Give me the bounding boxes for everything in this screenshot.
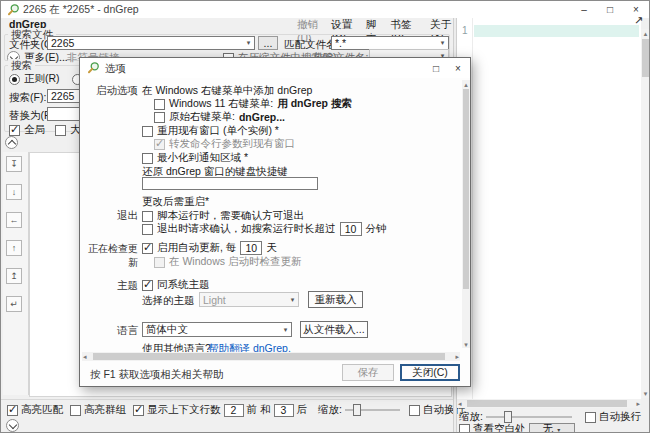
classic-menu-row: 原始右键菜单: dnGrep... (154, 110, 285, 124)
forward-args-checkbox[interactable] (154, 139, 165, 150)
scroll-right-icon[interactable]: ▸ (636, 399, 640, 408)
theme-combobox[interactable]: Light ▾ (199, 292, 299, 307)
section-label-updates: 正在检查更新 (80, 242, 138, 270)
slider-thumb[interactable] (353, 404, 361, 416)
highlight-groups-checkbox[interactable] (70, 405, 81, 416)
folder-value: 2265 (51, 37, 74, 49)
save-button-label: 保存 (358, 366, 379, 380)
view-whitespace-label: 查看空白处 (473, 422, 526, 433)
regex-radio[interactable] (9, 74, 20, 85)
dialog-horizontal-scrollbar[interactable]: ◂ ▸ (82, 352, 460, 361)
dialog-title: 选项 (105, 62, 126, 76)
title-bar[interactable]: 2265 在 *2265* - dnGrep – □ × (1, 1, 649, 18)
dialog-title-bar[interactable]: 选项 □ × (80, 58, 470, 78)
dialog-maximize-button[interactable]: □ (426, 59, 446, 77)
highlight-matches-checkbox[interactable] (7, 405, 18, 416)
global-checkbox[interactable] (9, 125, 20, 136)
save-button[interactable]: 保存 (342, 364, 394, 381)
maximize-icon: □ (607, 4, 613, 15)
dialog-close-action-button[interactable]: 关闭(C) (400, 364, 460, 381)
preview-wrap-checkbox[interactable] (585, 412, 596, 423)
forward-args-row: 转发命令行参数到现有窗口 (154, 137, 295, 151)
global-label: 全局 (24, 123, 45, 137)
win11-menu-checkbox[interactable] (154, 99, 165, 110)
view-whitespace-checkbox[interactable] (459, 424, 470, 433)
move-up-icon: ↑ (12, 243, 17, 253)
editor-vertical-scrollbar[interactable]: ▴ ▾ (641, 29, 650, 398)
move-to-top-button[interactable]: ↥ (6, 268, 22, 284)
update-on-startup-checkbox[interactable] (154, 257, 165, 268)
load-language-file-button[interactable]: 从文件载入... (300, 321, 368, 338)
move-to-bottom-button[interactable]: ↧ (6, 156, 22, 172)
scrollbar-thumb[interactable] (93, 353, 445, 360)
follow-system-theme-checkbox[interactable] (142, 280, 153, 291)
move-up-button[interactable]: ↑ (6, 240, 22, 256)
context-after-label: 后 (297, 403, 308, 417)
context-after-input[interactable]: 3 (274, 404, 294, 417)
scroll-down-icon[interactable]: ▾ (641, 389, 650, 398)
scroll-up-icon[interactable]: ▴ (462, 80, 470, 88)
minimize-tray-checkbox[interactable] (142, 153, 153, 164)
dialog-close-button[interactable]: × (448, 59, 468, 77)
scroll-right-icon[interactable]: ▸ (455, 352, 459, 361)
dialog-vertical-scrollbar[interactable]: ▴ ▾ (462, 80, 470, 348)
maximize-icon: □ (433, 63, 439, 74)
scroll-left-icon[interactable]: ◂ (83, 352, 87, 361)
context-before-label: 前 (247, 403, 258, 417)
reuse-window-checkbox[interactable] (142, 126, 153, 137)
browse-folder-button[interactable]: ... (258, 36, 278, 50)
results-zoom-slider[interactable] (345, 409, 400, 411)
move-down-button[interactable]: ↓ (6, 184, 22, 200)
folder-combobox[interactable]: 2265 ▾ (47, 36, 255, 50)
scroll-down-icon[interactable]: ▾ (462, 340, 470, 348)
dropdown-arrow-icon[interactable]: ▾ (243, 39, 254, 47)
context-before-input[interactable]: 2 (224, 404, 244, 417)
scrollbar-thumb[interactable] (642, 39, 649, 77)
section-label-theme: 主题 (80, 279, 138, 293)
preview-zoom-slider[interactable] (486, 416, 572, 418)
classic-menu-command: dnGrep... (239, 111, 285, 123)
minimize-tray-label: 最小化到通知区域 * (157, 151, 248, 165)
browse-folder-label: ... (264, 37, 273, 49)
script-exit-checkbox[interactable] (142, 211, 153, 222)
auto-update-checkbox[interactable] (142, 243, 153, 254)
dialog-help-text: 按 F1 获取选项相关相关帮助 (90, 368, 224, 382)
maximize-button[interactable]: □ (597, 1, 623, 18)
search-group-label: 搜索 (8, 59, 35, 73)
scroll-up-icon[interactable]: ▴ (641, 29, 650, 38)
highlight-matches-label: 高亮匹配 (21, 403, 63, 417)
update-days-input[interactable]: 10 (240, 241, 262, 255)
scrollbar-thumb[interactable] (463, 89, 469, 289)
dropdown-arrow-icon[interactable]: ▾ (280, 326, 291, 334)
expand-bottom-button[interactable] (6, 419, 19, 432)
highlight-groups-label: 高亮群组 (84, 403, 126, 417)
language-combobox[interactable]: 简体中文 ▾ (142, 322, 292, 337)
reload-theme-button[interactable]: 重新载入 (308, 291, 363, 308)
whitespace-mode-dropdown[interactable]: 无 ▾ (529, 423, 575, 433)
restore-shortcut-input[interactable] (142, 177, 318, 190)
wrap-line-button[interactable]: ↵ (6, 296, 22, 312)
results-wrap-checkbox[interactable] (409, 405, 420, 416)
reuse-window-label: 重用现有窗口 (单个实例) * (157, 124, 279, 138)
move-down-icon: ↓ (12, 187, 17, 197)
dropdown-arrow-icon: ▾ (557, 426, 560, 433)
match-files-combobox[interactable]: *.* ▾ (331, 36, 449, 50)
classic-menu-checkbox[interactable] (154, 112, 165, 123)
move-left-button[interactable]: ← (6, 212, 22, 228)
preview-editor[interactable] (457, 18, 641, 399)
minimize-button[interactable]: – (571, 1, 597, 18)
bottom-bar-divider (1, 399, 453, 400)
exit-minutes-input[interactable]: 10 (340, 222, 362, 236)
dropdown-arrow-icon[interactable]: ▾ (437, 39, 448, 47)
editor-horizontal-scrollbar[interactable]: ◂ ▸ (457, 399, 641, 408)
show-context-checkbox[interactable] (133, 405, 144, 416)
case-sensitive-checkbox[interactable] (55, 125, 66, 136)
restart-note: 更改后需重启* (142, 195, 209, 209)
scroll-left-icon[interactable]: ◂ (458, 399, 462, 408)
confirm-exit-checkbox[interactable] (142, 224, 153, 235)
scrollbar-thumb[interactable] (467, 400, 627, 407)
open-in-new-window-icon[interactable]: ↗ (634, 14, 643, 27)
update-days-suffix: 天 (266, 241, 277, 255)
collapse-search-button[interactable] (5, 136, 18, 149)
section-label-exit: 退出 (80, 209, 138, 223)
